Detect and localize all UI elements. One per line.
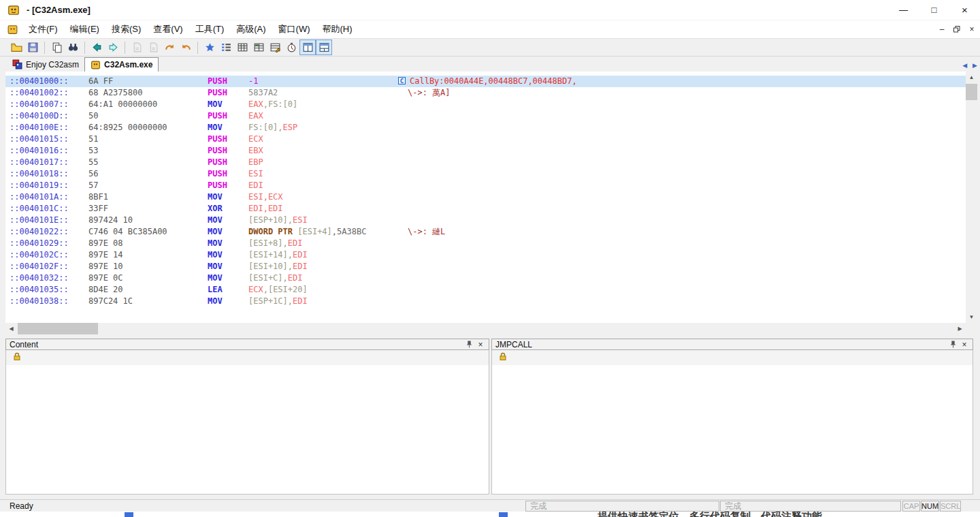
bookmark-icon[interactable] [201, 40, 218, 55]
menu-item-tools[interactable]: 工具(T) [189, 21, 231, 37]
disasm-bytes: 53 [88, 145, 98, 157]
disasm-row[interactable]: ::00401002::68 A2375800PUSH5837A2\->: 萬A… [5, 87, 966, 99]
disasm-row[interactable]: ::00401007::64:A1 00000000MOVEAX,FS:[0] [5, 99, 966, 110]
num-lock-indicator: NUM [921, 501, 939, 512]
scroll-left-icon[interactable]: ◀ [5, 323, 17, 334]
scroll-right-icon[interactable]: ▶ [954, 323, 966, 334]
copy-icon[interactable] [48, 40, 65, 55]
disasm-mnemonic: MOV [208, 99, 223, 110]
vertical-scrollbar[interactable]: ▲ ▼ [966, 72, 977, 323]
lock-icon[interactable] [12, 351, 22, 364]
menu-item-file[interactable]: 文件(F) [22, 21, 64, 37]
disasm-address: ::00401029:: [10, 238, 69, 249]
disasm-row[interactable]: ::00401022::C746 04 BC385A00MOVDWORD PTR… [5, 226, 966, 238]
mdi-restore-button[interactable] [950, 23, 964, 35]
disasm-view-icon[interactable] [250, 40, 267, 55]
find-icon[interactable] [65, 40, 81, 55]
toolbar-separator [197, 42, 198, 54]
disasm-row[interactable]: ::00401015::51PUSHECX [5, 134, 966, 145]
disasm-mnemonic: MOV [208, 261, 223, 272]
numbered-list-icon[interactable] [218, 40, 234, 55]
pin-icon[interactable] [464, 340, 474, 349]
disasm-row[interactable]: ::00401038::897C24 1CMOV[ESP+1C],EDI [5, 296, 966, 307]
tab-enjoy-c32asm[interactable]: Enjoy C32asm [7, 57, 84, 72]
lock-icon[interactable] [498, 351, 508, 364]
disasm-row[interactable]: ::0040101E::897424 10MOV[ESP+10],ESI [5, 215, 966, 226]
tab-bar: Enjoy C32asm C32Asm.exe ◀ ▶ [0, 57, 980, 72]
vertical-scroll-thumb[interactable] [966, 84, 977, 100]
menu-item-edit[interactable]: 编辑(E) [64, 21, 105, 37]
disasm-mnemonic: MOV [208, 122, 223, 134]
callby-icon: C [398, 77, 406, 84]
disasm-address: ::0040101A:: [10, 191, 69, 203]
disasm-operands: [ESP+1C],EDI [248, 296, 308, 307]
menu-item-view[interactable]: 查看(V) [147, 21, 189, 37]
scroll-up-icon[interactable]: ▲ [966, 72, 977, 83]
save-icon[interactable] [24, 40, 41, 55]
tab-scroll-left-icon[interactable]: ◀ [960, 62, 970, 69]
disasm-row[interactable]: ::0040102F::897E 10MOV[ESI+10],EDI [5, 261, 966, 272]
disasm-row[interactable]: ::0040102C::897E 14MOV[ESI+14],EDI [5, 249, 966, 261]
import-list-icon[interactable] [145, 40, 161, 55]
mdi-close-button[interactable]: × [965, 23, 979, 35]
disasm-row[interactable]: ::00401000::6A FFPUSH-1CCallBy:0040A44E,… [5, 76, 966, 87]
export-list-icon[interactable] [129, 40, 145, 55]
disasm-row[interactable]: ::0040101C::33FFXOREDI,EDI [5, 203, 966, 215]
title-bar: - [C32Asm.exe] — □ × [0, 0, 980, 20]
disasm-bytes: C746 04 BC385A00 [88, 226, 167, 238]
pin-icon[interactable] [948, 340, 958, 349]
disasm-address: ::00401018:: [10, 168, 69, 180]
menu-item-search[interactable]: 搜索(S) [105, 21, 147, 37]
split-horizontal-icon[interactable] [299, 40, 316, 55]
document-icon[interactable] [7, 24, 18, 35]
disasm-row[interactable]: ::00401018::56PUSHESI [5, 168, 966, 180]
redo-icon[interactable] [161, 40, 178, 55]
disasm-row[interactable]: ::00401029::897E 08MOV[ESI+8],EDI [5, 238, 966, 249]
disasm-row[interactable]: ::00401035::8D4E 20LEAECX,[ESI+20] [5, 284, 966, 296]
status-text: Ready [10, 501, 33, 511]
mdi-minimize-button[interactable]: – [935, 23, 949, 35]
split-vertical-icon[interactable] [316, 40, 332, 55]
back-icon[interactable] [88, 40, 105, 55]
open-folder-icon[interactable] [8, 40, 24, 55]
disasm-row[interactable]: ::00401032::897E 0CMOV[ESI+C],EDI [5, 272, 966, 284]
jmpcall-panel-header: JMPCALL × [491, 339, 973, 350]
timer-icon[interactable] [283, 40, 299, 55]
background-window-strip: 提供快速书签定位、多行代码复制、代码注释功能 [0, 512, 980, 517]
disassembly-view[interactable]: ::00401000::6A FFPUSH-1CCallBy:0040A44E,… [5, 72, 966, 323]
content-panel-body[interactable] [6, 365, 489, 494]
panel-close-icon[interactable]: × [960, 340, 969, 349]
disasm-mnemonic: PUSH [208, 145, 227, 157]
disasm-address: ::00401000:: [10, 76, 69, 87]
tab-c32asm-exe[interactable]: C32Asm.exe [84, 57, 159, 72]
disasm-row[interactable]: ::00401017::55PUSHEBP [5, 157, 966, 168]
disasm-row[interactable]: ::0040100D::50PUSHEAX [5, 110, 966, 122]
tab-scroll-right-icon[interactable]: ▶ [970, 62, 980, 69]
panel-title: JMPCALL [495, 340, 532, 349]
menu-item-help[interactable]: 帮助(H) [316, 21, 359, 37]
jmpcall-panel-body[interactable] [492, 365, 973, 494]
disasm-address: ::00401007:: [10, 99, 69, 110]
hex-view-icon[interactable] [234, 40, 250, 55]
minimize-button[interactable]: — [888, 0, 919, 20]
app-icon [7, 4, 20, 16]
disasm-operands: EAX,FS:[0] [248, 99, 297, 110]
horizontal-scroll-thumb[interactable] [18, 323, 98, 334]
menu-items: 文件(F)编辑(E)搜索(S)查看(V)工具(T)高级(A)窗口(W)帮助(H) [22, 21, 359, 37]
c32asm-window: - [C32Asm.exe] — □ × 文件(F)编辑(E)搜索(S)查看(V… [0, 0, 980, 517]
undo-icon[interactable] [178, 40, 194, 55]
disasm-row[interactable]: ::00401019::57PUSHEDI [5, 180, 966, 191]
close-button[interactable]: × [949, 0, 980, 20]
scroll-down-icon[interactable]: ▼ [966, 311, 977, 323]
panel-close-icon[interactable]: × [476, 340, 485, 349]
menu-item-window[interactable]: 窗口(W) [272, 21, 316, 37]
edit-grid-icon[interactable] [267, 40, 283, 55]
disasm-row[interactable]: ::0040100E::64:8925 00000000MOVFS:[0],ES… [5, 122, 966, 134]
horizontal-scrollbar[interactable]: ◀ ▶ [5, 323, 966, 334]
disasm-row[interactable]: ::0040101A::8BF1MOVESI,ECX [5, 191, 966, 203]
forward-icon[interactable] [105, 40, 121, 55]
maximize-button[interactable]: □ [919, 0, 949, 20]
progress-pane-2: 完成 [720, 501, 901, 512]
menu-item-advanced[interactable]: 高级(A) [230, 21, 272, 37]
disasm-row[interactable]: ::00401016::53PUSHEBX [5, 145, 966, 157]
